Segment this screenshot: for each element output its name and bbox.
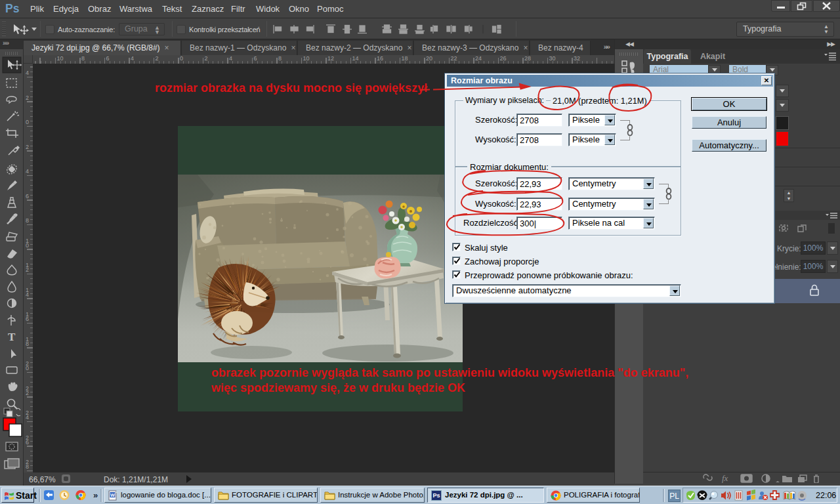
- svg-text:W: W: [110, 493, 115, 497]
- svg-text:»: »: [93, 490, 98, 500]
- svg-text:T: T: [8, 331, 16, 343]
- svg-text:fx: fx: [722, 473, 728, 483]
